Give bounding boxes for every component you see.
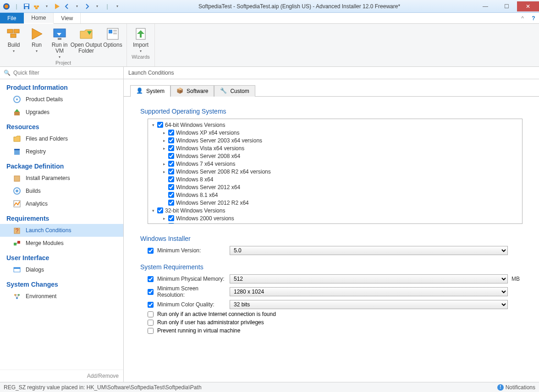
- tab-home[interactable]: Home: [24, 13, 54, 24]
- notifications-button[interactable]: ! Notifications: [497, 384, 535, 391]
- build-button[interactable]: Build: [3, 25, 25, 59]
- tree-checkbox[interactable]: [168, 215, 174, 221]
- expand-icon[interactable]: ▸: [162, 169, 166, 174]
- nav-item[interactable]: ?Launch Conditions: [0, 224, 123, 237]
- expand-icon[interactable]: ▸: [162, 138, 166, 143]
- tab-custom[interactable]: 🔧Custom: [214, 85, 255, 97]
- tree-node[interactable]: ▸Windows Server 2008 R2 x64 versions: [149, 168, 521, 175]
- tree-node[interactable]: Windows Server 2012 R2 x64: [149, 199, 521, 207]
- tree-checkbox[interactable]: [168, 184, 174, 190]
- tree-node[interactable]: ▸Windows Vista x64 versions: [149, 144, 521, 152]
- wi-min-version-row: Minimum Version: 5.0: [148, 246, 522, 255]
- col-check[interactable]: [148, 302, 154, 308]
- expand-icon[interactable]: ▸: [162, 224, 166, 224]
- tab-system[interactable]: 👤System: [130, 85, 170, 97]
- nav-item[interactable]: Upgrades: [0, 106, 123, 119]
- tree-node[interactable]: ▸Windows 2000 versions: [149, 214, 521, 222]
- nav-item[interactable]: Analytics: [0, 197, 123, 210]
- nav-item[interactable]: Merge Modules: [0, 237, 123, 250]
- tree-node[interactable]: Windows Server 2012 x64: [149, 183, 521, 191]
- run-vm-button[interactable]: Run in VM: [49, 25, 71, 59]
- nav-item[interactable]: Product Details: [0, 93, 123, 106]
- file-tab[interactable]: File: [0, 13, 24, 23]
- tab-view[interactable]: View: [54, 13, 81, 23]
- nav-item[interactable]: Registry: [0, 145, 123, 158]
- res-select[interactable]: 1280 x 1024: [230, 287, 508, 296]
- back-icon[interactable]: [62, 2, 72, 11]
- tree-checkbox[interactable]: [157, 207, 163, 213]
- tree-node[interactable]: ▸Windows 7 x64 versions: [149, 160, 521, 168]
- tree-checkbox[interactable]: [168, 169, 174, 174]
- mem-select[interactable]: 512: [230, 274, 508, 283]
- tree-checkbox[interactable]: [168, 176, 174, 182]
- filter-input[interactable]: [13, 70, 120, 76]
- collapse-ribbon-icon[interactable]: ^: [517, 13, 528, 23]
- options-button[interactable]: Options: [102, 25, 124, 59]
- run-icon[interactable]: [52, 2, 61, 11]
- tree-checkbox[interactable]: [168, 130, 174, 136]
- svg-line-45: [17, 295, 19, 298]
- tree-node[interactable]: ▾32-bit Windows Versions: [149, 207, 521, 214]
- tree-checkbox[interactable]: [168, 161, 174, 167]
- expand-icon[interactable]: ▸: [162, 131, 166, 135]
- tree-node[interactable]: Windows 8 x64: [149, 175, 521, 183]
- quick-filter[interactable]: 🔍: [0, 67, 123, 79]
- tree-node[interactable]: ▸Windows XP x64 versions: [149, 129, 521, 136]
- minimize-button[interactable]: —: [475, 1, 496, 11]
- ribbon-group-project: Build Run Run in VM Open Output Folder O…: [0, 24, 127, 66]
- run-button[interactable]: Run: [26, 25, 48, 59]
- build-icon[interactable]: [32, 2, 41, 11]
- vm-check[interactable]: [148, 328, 154, 334]
- wi-min-version-select[interactable]: 5.0: [230, 246, 508, 255]
- bricks-icon: [6, 27, 21, 41]
- titlebar: | ▾ ▾ ▾ | ▾ SoftpediaTest - SoftpediaTes…: [0, 0, 539, 13]
- nav-item-icon: [13, 200, 21, 208]
- fwd-drop-icon[interactable]: ▾: [93, 2, 102, 11]
- svg-text:?: ?: [16, 228, 19, 234]
- tree-checkbox[interactable]: [168, 153, 174, 159]
- collapse-icon[interactable]: ▾: [151, 123, 155, 127]
- os-tree[interactable]: ▾64-bit Windows Versions▸Windows XP x64 …: [148, 119, 522, 224]
- import-button[interactable]: Import: [130, 25, 152, 53]
- nav-item[interactable]: Builds: [0, 185, 123, 197]
- expand-icon[interactable]: ▸: [162, 162, 166, 166]
- qat-customize-icon[interactable]: ▾: [113, 2, 122, 11]
- tree-label: Windows Server 2003 x64 versions: [176, 137, 262, 144]
- open-output-button[interactable]: Open Output Folder: [72, 25, 101, 59]
- tree-node[interactable]: Windows Server 2008 x64: [149, 152, 521, 160]
- maximize-button[interactable]: ☐: [496, 1, 517, 11]
- tree-node[interactable]: ▸Windows XP x86 versions: [149, 222, 521, 224]
- nav-item[interactable]: Environment: [0, 290, 123, 303]
- mem-check[interactable]: [148, 276, 154, 282]
- wi-min-version-check[interactable]: [148, 248, 154, 254]
- app-icon[interactable]: [2, 2, 11, 11]
- help-icon[interactable]: ?: [528, 13, 539, 23]
- tree-checkbox[interactable]: [168, 137, 174, 143]
- nav-item[interactable]: Install Parameters: [0, 172, 123, 185]
- tab-software[interactable]: 📦Software: [170, 85, 214, 97]
- add-remove-link[interactable]: Add/Remove: [0, 370, 123, 382]
- nav-item[interactable]: Files and Folders: [0, 132, 123, 145]
- res-check[interactable]: [148, 289, 154, 295]
- ribbon-group-wizards: Import Wizards: [127, 24, 155, 66]
- admin-check[interactable]: [148, 320, 154, 326]
- build-drop-icon[interactable]: ▾: [42, 2, 51, 11]
- tree-node[interactable]: Windows 8.1 x64: [149, 191, 521, 199]
- nav-item[interactable]: Dialogs: [0, 263, 123, 276]
- tree-node[interactable]: ▸Windows Server 2003 x64 versions: [149, 136, 521, 144]
- tree-checkbox[interactable]: [157, 122, 163, 128]
- save-icon[interactable]: [22, 2, 31, 11]
- close-button[interactable]: ✕: [517, 1, 539, 11]
- tree-node[interactable]: ▾64-bit Windows Versions: [149, 121, 521, 129]
- collapse-icon[interactable]: ▾: [151, 208, 155, 213]
- expand-icon[interactable]: ▸: [162, 216, 166, 221]
- back-drop-icon[interactable]: ▾: [72, 2, 82, 11]
- tree-checkbox[interactable]: [168, 200, 174, 206]
- expand-icon[interactable]: ▸: [162, 146, 166, 151]
- tree-checkbox[interactable]: [168, 145, 174, 151]
- internet-check[interactable]: [148, 311, 154, 317]
- col-select[interactable]: 32 bits: [230, 300, 508, 309]
- fwd-icon[interactable]: [82, 2, 92, 11]
- tree-checkbox[interactable]: [168, 223, 174, 224]
- tree-checkbox[interactable]: [168, 192, 174, 198]
